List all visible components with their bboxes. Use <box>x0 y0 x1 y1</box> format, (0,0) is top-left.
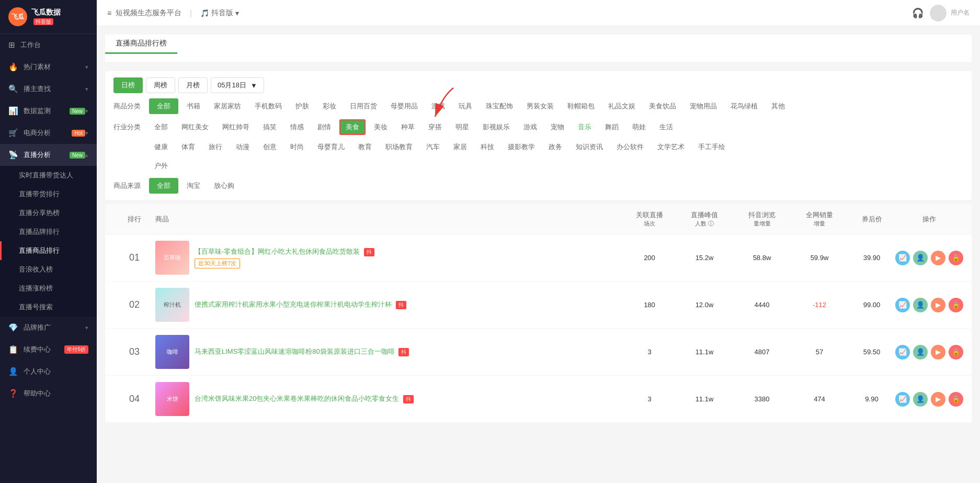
tab-daily[interactable]: 日榜 <box>113 77 143 93</box>
avatar[interactable] <box>930 5 947 21</box>
category-makeup[interactable]: 彩妆 <box>317 99 341 113</box>
ind-drama[interactable]: 剧情 <box>312 120 336 134</box>
submenu-live-rank[interactable]: 直播带货排行 <box>0 185 97 204</box>
category-food[interactable]: 美食饮品 <box>644 99 681 113</box>
user-btn-4[interactable]: 👤 <box>913 392 928 407</box>
video-btn-4[interactable]: ▶ <box>931 392 945 407</box>
category-jewelry[interactable]: 珠宝配饰 <box>481 99 518 113</box>
platform-badge[interactable]: 🎵 抖音版 ▾ <box>200 8 239 18</box>
ind-creative[interactable]: 创意 <box>258 140 282 154</box>
ind-babycare[interactable]: 母婴育儿 <box>312 140 350 154</box>
sidebar-item-ecommerce[interactable]: 🛒 电商分析 Hot ▾ <box>0 122 97 144</box>
category-home[interactable]: 家居家纺 <box>209 99 246 113</box>
ind-entertainment[interactable]: 影视娱乐 <box>477 120 515 134</box>
ind-literature[interactable]: 文学艺术 <box>652 140 690 154</box>
ind-news[interactable]: 知识资讯 <box>571 140 608 154</box>
headset-icon[interactable]: 🎧 <box>912 7 924 19</box>
video-btn-3[interactable]: ▶ <box>931 345 945 360</box>
submenu-douyin-income[interactable]: 音浪收入榜 <box>0 260 97 279</box>
ind-car[interactable]: 汽车 <box>421 140 445 154</box>
ind-photo[interactable]: 摄影教学 <box>503 140 540 154</box>
ind-emotion[interactable]: 情感 <box>285 120 309 134</box>
sidebar-item-live-analysis[interactable]: 📡 直播分析 New ▴ <box>0 144 97 166</box>
sidebar-item-data-monitor[interactable]: 📊 数据监测 New ▾ <box>0 100 97 122</box>
source-taobao[interactable]: 淘宝 <box>181 179 206 193</box>
tab-weekly[interactable]: 周榜 <box>146 77 175 93</box>
category-digital[interactable]: 手机数码 <box>249 99 287 113</box>
lock-btn-4[interactable]: 🔒 <box>949 392 963 407</box>
ind-cute[interactable]: 萌娃 <box>627 120 651 134</box>
ind-health[interactable]: 健康 <box>149 140 173 154</box>
sidebar-item-help[interactable]: ❓ 帮助中心 <box>0 383 97 405</box>
sidebar-item-personal[interactable]: 👤 个人中心 <box>0 361 97 383</box>
submenu-live-brand-rank[interactable]: 直播品牌排行 <box>0 222 97 241</box>
ind-all[interactable]: 全部 <box>149 120 173 134</box>
ind-beauty-girl[interactable]: 网红美女 <box>176 120 214 134</box>
category-pet[interactable]: 宠物用品 <box>685 99 722 113</box>
submenu-live-product-rank[interactable]: 直播商品排行 <box>0 241 97 260</box>
ind-music[interactable]: 音乐 <box>573 120 597 134</box>
category-skincare[interactable]: 护肤 <box>290 99 314 113</box>
video-btn-2[interactable]: ▶ <box>931 298 945 312</box>
category-gifts[interactable]: 礼品文娱 <box>603 99 641 113</box>
sidebar-item-renew[interactable]: 📋 续费中心 年付6折 <box>0 339 97 361</box>
ind-celebrity[interactable]: 明星 <box>450 120 474 134</box>
ind-outdoor[interactable]: 户外 <box>149 159 173 173</box>
ind-fashion2[interactable]: 时尚 <box>285 140 309 154</box>
ind-office[interactable]: 办公软件 <box>611 140 649 154</box>
sidebar-item-brand-promo[interactable]: 💎 品牌推广 ▾ <box>0 317 97 339</box>
category-plant[interactable]: 花鸟绿植 <box>725 99 763 113</box>
category-toy[interactable]: 玩具 <box>453 99 477 113</box>
category-other[interactable]: 其他 <box>766 99 790 113</box>
lock-btn-2[interactable]: 🔒 <box>949 298 963 312</box>
ind-funny[interactable]: 搞笑 <box>258 120 282 134</box>
ind-handcraft[interactable]: 手工手绘 <box>693 140 731 154</box>
product-name-3[interactable]: 马来西亚LIMS零涩蓝山风味速溶咖啡粉80袋装原装进口三合一咖啡 抖 <box>195 347 623 356</box>
sidebar-item-hot-material[interactable]: 🔥 热门素材 ▾ <box>0 56 97 78</box>
submenu-live-share-hot[interactable]: 直播分享热榜 <box>0 204 97 222</box>
ind-gov[interactable]: 政务 <box>543 140 567 154</box>
ind-education[interactable]: 教育 <box>353 140 377 154</box>
ind-home2[interactable]: 家居 <box>448 140 472 154</box>
category-bags[interactable]: 鞋帽箱包 <box>562 99 600 113</box>
tab-monthly[interactable]: 月榜 <box>178 77 208 93</box>
ind-travel[interactable]: 旅行 <box>203 140 227 154</box>
lock-btn-1[interactable]: 🔒 <box>949 251 963 265</box>
ind-pet[interactable]: 宠物 <box>545 120 569 134</box>
sidebar-item-workbench[interactable]: ⊞ 工作台 <box>0 34 97 56</box>
chart-btn-4[interactable]: 📈 <box>895 392 910 407</box>
ind-dance[interactable]: 舞蹈 <box>600 120 624 134</box>
product-name-4[interactable]: 台湾米饼风味米果20包夹心米果卷米果棒吃的休闲食品小吃零食女生 抖 <box>195 394 623 403</box>
source-fangxingou[interactable]: 放心购 <box>209 179 240 193</box>
category-game[interactable]: 游戏 <box>426 99 450 113</box>
user-btn-1[interactable]: 👤 <box>913 251 928 265</box>
product-name-1[interactable]: 【百草味-零食组合】网红小吃大礼包休闲食品吃货散装 抖 <box>195 247 623 256</box>
category-daily[interactable]: 日用百货 <box>345 99 382 113</box>
submenu-realtime-live[interactable]: 实时直播带货达人 <box>0 166 97 185</box>
sidebar-item-streamer-search[interactable]: 🔍 播主查找 ▾ <box>0 78 97 100</box>
ind-anime[interactable]: 动漫 <box>231 140 255 154</box>
date-picker[interactable]: 05月18日 ▼ <box>211 77 264 93</box>
ind-beauty[interactable]: 美妆 <box>369 120 393 134</box>
chart-btn-3[interactable]: 📈 <box>895 345 910 360</box>
ind-handsome-guy[interactable]: 网红帅哥 <box>217 120 255 134</box>
submenu-live-search[interactable]: 直播号搜索 <box>0 298 97 317</box>
user-btn-3[interactable]: 👤 <box>913 345 928 360</box>
category-all[interactable]: 全部 <box>149 98 178 114</box>
menu-hamburger-icon[interactable]: ≡ <box>107 9 111 17</box>
product-name-2[interactable]: 便携式家用榨汁机家用水果小型充电迷你榨果汁机电动学生榨汁杯 抖 <box>195 300 623 309</box>
source-all[interactable]: 全部 <box>149 178 178 194</box>
chart-btn-2[interactable]: 📈 <box>895 298 910 312</box>
ind-food[interactable]: 美食 <box>339 119 366 135</box>
category-books[interactable]: 书籍 <box>181 99 206 113</box>
ind-game2[interactable]: 游戏 <box>518 120 542 134</box>
ind-life[interactable]: 生活 <box>654 120 678 134</box>
lock-btn-3[interactable]: 🔒 <box>949 345 963 360</box>
category-clothing[interactable]: 男装女装 <box>521 99 559 113</box>
submenu-fan-growth[interactable]: 连播涨粉榜 <box>0 279 97 298</box>
ind-workplace[interactable]: 职场教育 <box>380 140 418 154</box>
ind-fashion[interactable]: 穿搭 <box>423 120 447 134</box>
category-baby[interactable]: 母婴用品 <box>385 99 423 113</box>
chart-btn-1[interactable]: 📈 <box>895 251 910 265</box>
ind-grass[interactable]: 种草 <box>396 120 420 134</box>
